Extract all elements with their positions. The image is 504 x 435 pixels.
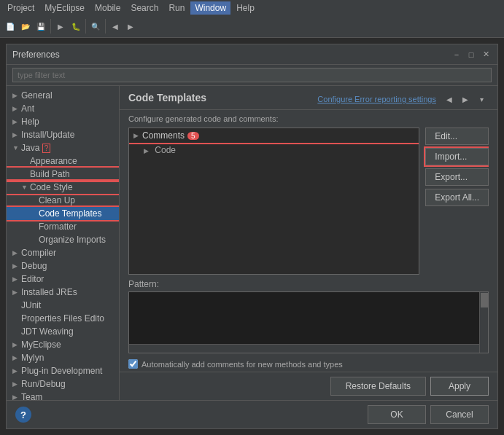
forward-icon[interactable]: ▶ (123, 19, 138, 34)
sidebar-item-formatter[interactable]: Formatter (7, 220, 119, 233)
cancel-button[interactable]: Cancel (430, 405, 489, 424)
content-footer: Automatically add comments for new metho… (120, 356, 497, 372)
sidebar-label-myeclipse: MyEclipse (21, 340, 61, 350)
auto-comments-checkbox[interactable] (128, 359, 138, 369)
pattern-vscrollbar-thumb[interactable] (481, 293, 488, 307)
sidebar-item-properties[interactable]: Properties Files Edito (7, 312, 119, 325)
sidebar-item-code-templates[interactable]: Code Templates (7, 207, 119, 220)
nav-menu-button[interactable]: ▾ (474, 92, 489, 106)
content-area: Code Templates Configure Error reporting… (120, 86, 497, 400)
pattern-section: Pattern: (128, 279, 489, 353)
sidebar-item-organize-imports[interactable]: Organize Imports (7, 233, 119, 246)
save-icon[interactable]: 💾 (34, 19, 48, 34)
content-description: Configure generated code and comments: (120, 110, 497, 128)
sidebar-item-junit[interactable]: JUnit (7, 299, 119, 312)
arrow-debug: ▶ (12, 262, 21, 270)
sidebar-item-jdt-weaving[interactable]: JDT Weaving (7, 325, 119, 338)
menu-window[interactable]: Window (190, 1, 230, 15)
ok-button[interactable]: OK (368, 405, 426, 424)
menu-search[interactable]: Search (126, 1, 163, 15)
sidebar-item-cleanup[interactable]: Clean Up (7, 194, 119, 207)
sidebar-item-install-update[interactable]: ▶ Install/Update (7, 128, 119, 141)
sidebar-item-ant[interactable]: ▶ Ant (7, 102, 119, 115)
edit-button[interactable]: Edit... (425, 128, 489, 145)
icon-toolbar: 📄 📂 💾 ▶ 🐛 🔍 ◀ ▶ (0, 16, 504, 37)
auto-comments-label: Automatically add comments for new metho… (141, 360, 343, 369)
menu-project[interactable]: Project (3, 1, 39, 15)
template-item-code[interactable]: ▶ Code (129, 143, 419, 157)
java-badge: ? (42, 144, 51, 153)
checkbox-row: Automatically add comments for new metho… (128, 359, 343, 369)
sidebar-item-appearance[interactable]: Appearance (7, 154, 119, 168)
template-group-comments-label: Comments (142, 130, 185, 141)
sidebar-item-run-debug[interactable]: ▶ Run/Debug (7, 377, 119, 391)
dialog-footer: Restore Defaults Apply (120, 372, 497, 400)
sidebar-item-general[interactable]: ▶ General (7, 89, 119, 102)
pattern-label: Pattern: (128, 279, 489, 289)
sidebar-label-help: Help (21, 117, 39, 127)
sidebar-item-myeclipse[interactable]: ▶ MyEclipse (7, 338, 119, 351)
menu-help[interactable]: Help (232, 1, 259, 15)
sidebar-item-mylyn[interactable]: ▶ Mylyn (7, 351, 119, 364)
content-header: Code Templates Configure Error reporting… (120, 86, 497, 110)
preferences-sidebar: ▶ General ▶ Ant ▶ Help ▶ Install/Update … (7, 86, 120, 400)
menu-mobile[interactable]: Mobile (90, 1, 125, 15)
restore-defaults-button[interactable]: Restore Defaults (330, 377, 426, 396)
arrow-plugin: ▶ (12, 367, 21, 375)
sidebar-label-mylyn: Mylyn (21, 353, 44, 363)
apply-button[interactable]: Apply (430, 377, 489, 396)
pattern-vscrollbar[interactable] (479, 292, 488, 353)
export-all-button[interactable]: Export All... (425, 189, 489, 206)
sidebar-label-build-path: Build Path (30, 169, 70, 179)
nav-forward-button[interactable]: ▶ (458, 92, 473, 106)
open-icon[interactable]: 📂 (18, 19, 33, 34)
arrow-jres: ▶ (12, 289, 21, 296)
sidebar-item-java[interactable]: ▼ Java ? (7, 141, 119, 154)
sidebar-item-plugin-dev[interactable]: ▶ Plug-in Development (7, 364, 119, 377)
sidebar-label-debug: Debug (21, 261, 47, 271)
sidebar-item-installed-jres[interactable]: ▶ Installed JREs (7, 286, 119, 299)
arrow-myeclipse: ▶ (12, 341, 21, 348)
back-icon[interactable]: ◀ (108, 19, 123, 34)
template-group-comments[interactable]: ▶ Comments 5 (129, 128, 419, 143)
configure-link[interactable]: Configure Error reporting settings (317, 95, 436, 103)
sidebar-label-editor: Editor (21, 274, 44, 284)
sidebar-item-build-path[interactable]: Build Path (7, 168, 119, 181)
close-button[interactable]: ✕ (480, 49, 492, 60)
restore-button[interactable]: □ (465, 49, 477, 60)
nav-back-button[interactable]: ◀ (442, 92, 457, 106)
sidebar-item-debug[interactable]: ▶ Debug (7, 259, 119, 273)
new-icon[interactable]: 📄 (3, 19, 18, 34)
comments-arrow: ▶ (133, 132, 142, 139)
sidebar-label-code-templates: Code Templates (39, 208, 102, 219)
sidebar-item-help[interactable]: ▶ Help (7, 115, 119, 128)
import-button[interactable]: Import... (425, 148, 489, 165)
arrow-team: ▶ (12, 393, 21, 400)
sidebar-label-ant: Ant (21, 103, 34, 114)
dialog-search-area (7, 65, 497, 86)
sidebar-label-organize: Organize Imports (39, 235, 106, 245)
menu-myeclipse[interactable]: MyEclipse (40, 1, 89, 15)
pattern-hscrollbar[interactable] (129, 344, 479, 353)
search-icon[interactable]: 🔍 (88, 19, 103, 34)
export-button[interactable]: Export... (425, 168, 489, 186)
template-child-code-label: Code (155, 145, 176, 155)
sidebar-item-editor[interactable]: ▶ Editor (7, 273, 119, 286)
sidebar-label-cleanup: Clean Up (39, 195, 75, 205)
run-icon[interactable]: ▶ (53, 19, 68, 34)
sidebar-label-formatter: Formatter (39, 222, 77, 232)
sidebar-item-code-style[interactable]: ▼ Code Style (7, 181, 119, 194)
sidebar-item-compiler[interactable]: ▶ Compiler (7, 246, 119, 259)
pattern-editor[interactable] (128, 291, 489, 353)
templates-area: ▶ Comments 5 ▶ Code Edit... Import... Ex… (128, 128, 489, 275)
sidebar-item-team[interactable]: ▶ Team (7, 391, 119, 400)
filter-input[interactable] (12, 68, 492, 82)
debug-icon[interactable]: 🐛 (69, 19, 83, 34)
arrow-ant: ▶ (12, 105, 21, 112)
menu-run[interactable]: Run (164, 1, 189, 15)
toolbar-sep-3 (105, 19, 106, 34)
minimize-button[interactable]: − (451, 49, 462, 60)
help-icon[interactable]: ? (15, 407, 31, 423)
arrow-code-style: ▼ (21, 184, 30, 191)
sidebar-label-appearance: Appearance (30, 156, 77, 166)
